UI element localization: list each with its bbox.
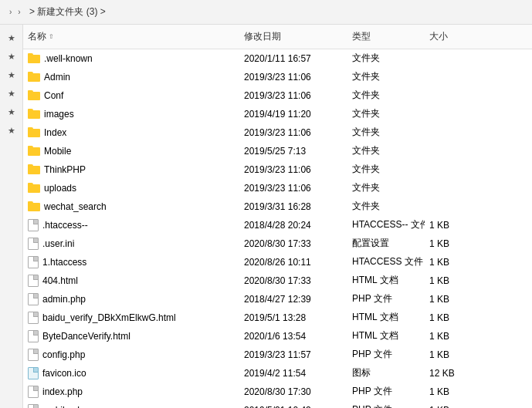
file-name-text: ByteDanceVerify.html [42,331,130,342]
file-name-text: Conf [44,90,63,101]
folder-icon [28,164,40,174]
col-header-modified[interactable]: 修改日期 [239,28,347,46]
table-row[interactable]: wechat_search2019/3/31 16:28文件夹 [23,197,532,216]
file-size-cell [425,87,486,103]
column-headers: 名称 ⇧ 修改日期 类型 大小 [23,25,532,49]
file-type-cell: 文件夹 [347,180,425,196]
file-size-cell [425,161,486,177]
file-name-text: .well-known [44,53,93,64]
file-icon [28,330,39,342]
file-size-cell [425,50,486,66]
folder-icon [28,201,40,211]
folder-icon [28,72,40,82]
col-header-type[interactable]: 类型 [347,28,425,46]
file-icon [28,293,39,305]
file-name-text: 1.htaccess [42,257,86,268]
back-button[interactable]: › [6,6,15,18]
file-modified-cell: 2019/3/31 16:28 [239,198,347,214]
sidebar: ★ ★ ★ ★ ★ ★ [0,25,23,408]
file-type-cell: 文件夹 [347,50,425,66]
table-row[interactable]: Conf2019/3/23 11:06文件夹 [23,86,532,105]
file-name-cell: Conf [23,87,239,103]
file-name-text: baidu_verify_DBkXmElkwG.html [42,312,176,323]
table-row[interactable]: ByteDanceVerify.html2020/1/6 13:54HTML 文… [23,327,532,346]
file-type-cell: PHP 文件 [347,291,425,307]
file-modified-cell: 2019/3/23 11:06 [239,124,347,140]
col-header-name[interactable]: 名称 ⇧ [23,28,239,46]
file-size-cell [425,106,486,122]
file-name-text: index.php [42,386,83,397]
file-name-text: wechat_search [44,201,107,212]
table-row[interactable]: uploads2019/3/23 11:06文件夹 [23,179,532,197]
file-name-cell: .user.ini [23,235,239,251]
file-size-cell: 1 KB [425,402,486,408]
file-icon [28,404,39,409]
file-icon [28,312,39,324]
table-row[interactable]: images2019/4/19 11:20文件夹 [23,105,532,123]
sidebar-icon-6[interactable]: ★ [5,123,19,137]
file-icon [28,349,39,361]
file-modified-cell: 2020/8/30 17:30 [239,383,347,400]
file-size-cell: 1 KB [425,383,486,400]
table-row[interactable]: mobile.php2019/5/21 10:42PHP 文件1 KB [23,401,532,408]
forward-button[interactable]: › [15,6,23,18]
sidebar-icon-5[interactable]: ★ [5,105,19,119]
file-name-text: uploads [44,183,76,194]
file-type-cell: 文件夹 [347,124,425,140]
folder-icon [28,109,40,119]
breadcrumb: > 新建文件夹 (3) > [27,5,106,19]
file-name-cell: Mobile [23,143,239,159]
file-name-cell: ByteDanceVerify.html [23,328,239,344]
file-type-cell: HTACCESS 文件 [347,254,425,270]
table-row[interactable]: admin.php2018/4/27 12:39PHP 文件1 KB [23,290,532,309]
file-modified-cell: 2019/4/2 11:54 [239,365,347,381]
table-row[interactable]: config.php2019/3/23 11:57PHP 文件1 KB [23,346,532,364]
file-name-cell: 1.htaccess [23,254,239,270]
file-size-cell: 1 KB [425,291,486,307]
table-row[interactable]: .user.ini2020/8/30 17:33配置设置1 KB [23,234,532,253]
table-row[interactable]: Admin2019/3/23 11:06文件夹 [23,68,532,86]
file-type-cell: HTACCESS-- 文件 [347,217,425,233]
file-type-cell: PHP 文件 [347,346,425,362]
sidebar-icon-2[interactable]: ★ [5,49,19,63]
sidebar-icon-3[interactable]: ★ [5,68,19,82]
table-row[interactable]: index.php2020/8/30 17:30PHP 文件1 KB [23,383,532,401]
file-modified-cell: 2018/4/27 12:39 [239,291,347,307]
file-name-cell: admin.php [23,291,239,307]
file-modified-cell: 2019/3/23 11:06 [239,69,347,85]
file-name-text: ThinkPHP [44,164,86,175]
file-modified-cell: 2019/3/23 11:06 [239,161,347,177]
file-type-cell: 文件夹 [347,69,425,85]
file-size-cell [425,69,486,85]
sidebar-icon-4[interactable]: ★ [5,86,19,100]
breadcrumb-path: 新建文件夹 (3) [37,6,97,17]
file-name-cell: favicon.ico [23,365,239,381]
file-icon [28,275,39,287]
table-row[interactable]: 404.html2020/8/30 17:33HTML 文档1 KB [23,271,532,290]
file-name-cell: .well-known [23,50,239,66]
table-row[interactable]: Mobile2019/5/25 7:13文件夹 [23,142,532,160]
file-type-cell: 文件夹 [347,106,425,122]
table-row[interactable]: .htaccess--2018/4/28 20:24HTACCESS-- 文件1… [23,216,532,234]
file-name-text: .user.ini [42,238,74,249]
file-browser: 名称 ⇧ 修改日期 类型 大小 .well-known2020/1/11 16:… [23,25,532,408]
file-type-cell: HTML 文档 [347,328,425,344]
table-row[interactable]: baidu_verify_DBkXmElkwG.html2019/5/1 13:… [23,309,532,327]
table-row[interactable]: favicon.ico2019/4/2 11:54图标12 KB [23,364,532,383]
table-row[interactable]: .well-known2020/1/11 16:57文件夹 [23,49,532,68]
table-row[interactable]: 1.htaccess2020/8/26 10:11HTACCESS 文件1 KB [23,253,532,271]
col-header-size[interactable]: 大小 [425,28,486,46]
table-row[interactable]: ThinkPHP2019/3/23 11:06文件夹 [23,160,532,179]
file-size-cell [425,198,486,214]
file-icon [28,386,39,398]
file-name-text: .htaccess-- [42,220,88,231]
sidebar-icon-1[interactable]: ★ [5,31,19,45]
file-name-text: Admin [44,72,70,83]
file-icon [28,238,39,250]
file-name-cell: images [23,106,239,122]
folder-icon [28,90,40,100]
file-name-cell: .htaccess-- [23,217,239,233]
file-name-cell: Admin [23,69,239,85]
file-modified-cell: 2019/3/23 11:06 [239,87,347,103]
table-row[interactable]: Index2019/3/23 11:06文件夹 [23,123,532,142]
